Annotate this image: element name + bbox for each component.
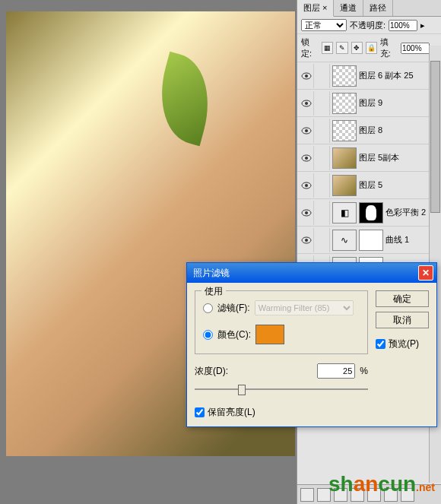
layer-link-area[interactable] (316, 228, 330, 252)
preview-label: 预览(P) (389, 338, 419, 350)
adjustment-thumb[interactable]: ∿ (332, 230, 357, 251)
slider-thumb[interactable] (238, 385, 246, 395)
filter-radio[interactable] (203, 303, 213, 313)
layer-link-area[interactable] (316, 173, 330, 198)
dialog-side: 确定 取消 预览(P) (376, 290, 429, 419)
visibility-toggle[interactable] (299, 201, 314, 225)
layer-link-area[interactable] (316, 201, 330, 225)
layer-row[interactable]: 图层 8 (297, 117, 441, 144)
layer-name[interactable]: 图层 5 (359, 179, 439, 191)
color-swatch[interactable] (255, 325, 284, 344)
svg-point-9 (305, 184, 308, 187)
tab-paths[interactable]: 路径 (363, 0, 393, 16)
layer-name[interactable]: 图层 6 副本 25 (359, 70, 439, 81)
close-icon[interactable]: ✕ (418, 265, 433, 281)
visibility-toggle[interactable] (299, 228, 314, 252)
tab-layers[interactable]: 图层 × (297, 0, 334, 17)
visibility-toggle[interactable] (299, 146, 314, 170)
svg-point-5 (305, 129, 308, 132)
svg-point-11 (305, 211, 308, 214)
watermark-net: .net (416, 481, 435, 493)
chevron-right-icon[interactable]: ▸ (420, 21, 425, 30)
visibility-toggle[interactable] (299, 173, 314, 198)
density-input[interactable] (317, 363, 355, 379)
color-label: 颜色(C): (217, 328, 251, 341)
canvas-area (0, 0, 297, 504)
dialog-title: 照片滤镜 (193, 267, 418, 280)
lock-label: 锁定: (301, 36, 319, 59)
use-fieldset: 使用 滤镜(F): Warming Filter (85) 颜色(C): (195, 290, 368, 354)
visibility-toggle[interactable] (299, 119, 314, 143)
lock-move-icon[interactable]: ✥ (351, 42, 363, 54)
layer-name[interactable]: 图层 5副本 (359, 152, 439, 163)
dialog-titlebar[interactable]: 照片滤镜 ✕ (187, 263, 436, 283)
layer-link-area[interactable] (316, 91, 330, 116)
layer-thumb[interactable] (332, 147, 357, 169)
layer-row[interactable]: 图层 5 (297, 172, 441, 199)
slider-line (195, 388, 368, 390)
layer-mask[interactable] (359, 202, 383, 223)
layer-link-area[interactable] (316, 119, 330, 143)
adjustment-thumb[interactable]: ◧ (332, 202, 357, 223)
layer-thumb[interactable] (332, 175, 357, 196)
watermark-part3: cun (378, 472, 416, 496)
density-row: 浓度(D): % (195, 363, 368, 379)
ok-button[interactable]: 确定 (376, 290, 429, 307)
color-radio[interactable] (203, 330, 213, 340)
visibility-toggle[interactable] (299, 91, 314, 116)
preview-row: 预览(P) (376, 338, 429, 350)
watermark-part2: an (354, 472, 379, 496)
layer-name[interactable]: 图层 8 (359, 125, 439, 136)
preserve-luminosity-checkbox[interactable] (195, 407, 205, 417)
fieldset-legend: 使用 (201, 285, 226, 298)
layer-row[interactable]: 图层 5副本 (297, 144, 441, 172)
layer-mask[interactable] (359, 230, 383, 251)
tab-channels[interactable]: 通道 (334, 0, 363, 16)
layer-thumb[interactable] (332, 93, 357, 114)
visibility-toggle[interactable] (299, 64, 314, 88)
lock-all-icon[interactable]: 🔒 (366, 42, 377, 54)
opacity-label: 不透明度: (350, 20, 385, 31)
layer-row[interactable]: 图层 9 (297, 90, 441, 117)
cancel-button[interactable]: 取消 (376, 312, 429, 328)
eye-icon (301, 182, 312, 189)
eye-icon (301, 209, 312, 217)
density-slider[interactable] (195, 382, 368, 397)
svg-point-1 (305, 74, 308, 78)
layer-name[interactable]: 图层 9 (359, 97, 439, 109)
layer-link-area[interactable] (316, 146, 330, 170)
eye-icon (301, 72, 312, 80)
dialog-body: 使用 滤镜(F): Warming Filter (85) 颜色(C): 浓度(… (187, 283, 436, 426)
lock-brush-icon[interactable]: ✎ (336, 42, 347, 54)
density-label: 浓度(D): (195, 365, 228, 378)
layer-row[interactable]: 图层 6 副本 25 (297, 62, 441, 90)
eye-icon (301, 100, 312, 107)
density-unit: % (360, 366, 368, 376)
fill-label: 填充: (380, 36, 398, 59)
layer-thumb[interactable] (332, 120, 357, 141)
layer-link-area[interactable] (316, 64, 330, 88)
filter-select: Warming Filter (85) (255, 300, 354, 315)
filter-label: 滤镜(F): (217, 302, 250, 315)
eye-icon (301, 127, 312, 135)
layers-panel: 图层 × 通道 路径 正常 不透明度: ▸ 锁定: ▦ ✎ ✥ 🔒 填充: ▸ … (297, 0, 441, 504)
svg-point-3 (305, 102, 308, 105)
eye-icon (301, 236, 312, 244)
link-layers-icon[interactable] (300, 488, 314, 502)
preview-checkbox[interactable] (376, 339, 385, 349)
layer-thumb[interactable] (332, 65, 357, 87)
fill-input[interactable] (401, 43, 430, 54)
panel-tabs: 图层 × 通道 路径 (297, 0, 441, 17)
svg-point-13 (305, 239, 308, 242)
blend-mode-select[interactable]: 正常 (301, 19, 347, 31)
svg-point-7 (305, 157, 308, 160)
opacity-input[interactable] (389, 20, 417, 31)
layer-row[interactable]: ◧色彩平衡 2 (297, 199, 441, 227)
photo-filter-dialog: 照片滤镜 ✕ 使用 滤镜(F): Warming Filter (85) 颜色(… (186, 262, 437, 427)
dialog-main: 使用 滤镜(F): Warming Filter (85) 颜色(C): 浓度(… (195, 290, 368, 419)
layer-row[interactable]: ∿曲线 1 (297, 227, 441, 254)
watermark-part1: sh (328, 472, 354, 496)
lock-transparency-icon[interactable]: ▦ (322, 42, 333, 54)
scrollbar-thumb[interactable] (430, 61, 440, 213)
preserve-luminosity-label: 保留亮度(L) (208, 406, 255, 419)
